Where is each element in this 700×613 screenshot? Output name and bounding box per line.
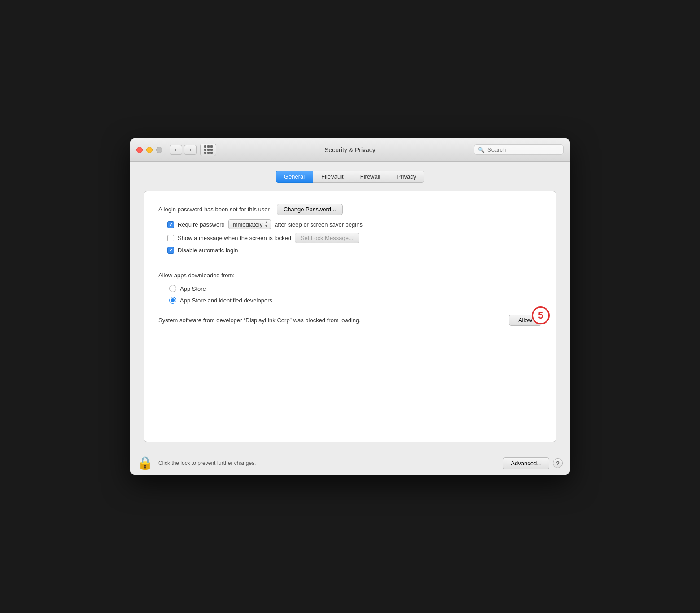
radio-appstore-identified[interactable] (169, 297, 176, 304)
tab-general[interactable]: General (276, 171, 313, 183)
password-timing-dropdown[interactable]: immediately ▲ ▼ (228, 219, 271, 229)
disable-autologin-label: Disable automatic login (178, 247, 238, 254)
titlebar: ‹ › Security & Privacy 🔍 (130, 138, 570, 162)
allow-apps-section: Allow apps downloaded from: App Store Ap… (158, 272, 542, 304)
show-message-checkbox[interactable] (167, 235, 174, 241)
radio-appstore[interactable] (169, 285, 176, 292)
radio-appstore-label: App Store (180, 285, 206, 292)
require-password-label: Require password (178, 221, 225, 228)
radio-appstore-identified-label: App Store and identified developers (180, 297, 272, 304)
login-password-row: A login password has been set for this u… (158, 204, 542, 215)
back-button[interactable]: ‹ (170, 145, 182, 155)
radio-appstore-row: App Store (169, 285, 542, 292)
forward-button[interactable]: › (184, 145, 197, 155)
tabs: General FileVault Firewall Privacy (144, 171, 556, 183)
window: ‹ › Security & Privacy 🔍 General FileVau… (130, 138, 570, 475)
nav-buttons: ‹ › (170, 145, 197, 155)
search-icon: 🔍 (478, 147, 485, 153)
tab-filevault[interactable]: FileVault (313, 171, 352, 183)
tab-firewall[interactable]: Firewall (352, 171, 389, 183)
require-password-row: Require password immediately ▲ ▼ after s… (167, 219, 542, 229)
blocked-section: System software from developer “DisplayL… (158, 315, 542, 326)
show-message-label: Show a message when the screen is locked (178, 235, 291, 241)
password-timing-value: immediately (232, 221, 262, 228)
grid-view-button[interactable] (200, 144, 216, 156)
allow-apps-title: Allow apps downloaded from: (158, 272, 542, 279)
search-box[interactable]: 🔍 (474, 144, 564, 155)
divider (158, 263, 542, 263)
allow-button[interactable]: Allow (509, 315, 542, 326)
dropdown-arrows-icon: ▲ ▼ (264, 221, 268, 228)
advanced-button[interactable]: Advanced... (503, 457, 549, 469)
traffic-lights (136, 147, 162, 153)
help-button[interactable]: ? (553, 458, 563, 468)
close-button[interactable] (136, 147, 143, 153)
change-password-button[interactable]: Change Password... (277, 204, 343, 215)
grid-icon (204, 145, 213, 154)
maximize-button[interactable] (156, 147, 162, 153)
require-password-checkbox[interactable] (167, 221, 174, 228)
disable-autologin-checkbox[interactable] (167, 247, 174, 254)
search-input[interactable] (487, 146, 560, 153)
show-message-row: Show a message when the screen is locked… (167, 233, 542, 243)
allow-button-wrapper: Allow 5 (509, 315, 542, 326)
lock-text: Click the lock to prevent further change… (158, 460, 503, 466)
bottom-bar: 🔒 Click the lock to prevent further chan… (130, 451, 570, 475)
window-title: Security & Privacy (324, 146, 376, 153)
lock-icon[interactable]: 🔒 (137, 457, 153, 469)
tab-privacy[interactable]: Privacy (389, 171, 425, 183)
content-area: General FileVault Firewall Privacy A log… (130, 162, 570, 451)
after-sleep-text: after sleep or screen saver begins (275, 221, 363, 228)
disable-autologin-row: Disable automatic login (167, 247, 542, 254)
radio-appstore-identified-row: App Store and identified developers (169, 297, 542, 304)
login-password-text: A login password has been set for this u… (158, 206, 270, 213)
blocked-text: System software from developer “DisplayL… (158, 316, 361, 325)
set-lock-message-button[interactable]: Set Lock Message... (295, 233, 359, 243)
panel: A login password has been set for this u… (144, 191, 556, 442)
minimize-button[interactable] (146, 147, 153, 153)
